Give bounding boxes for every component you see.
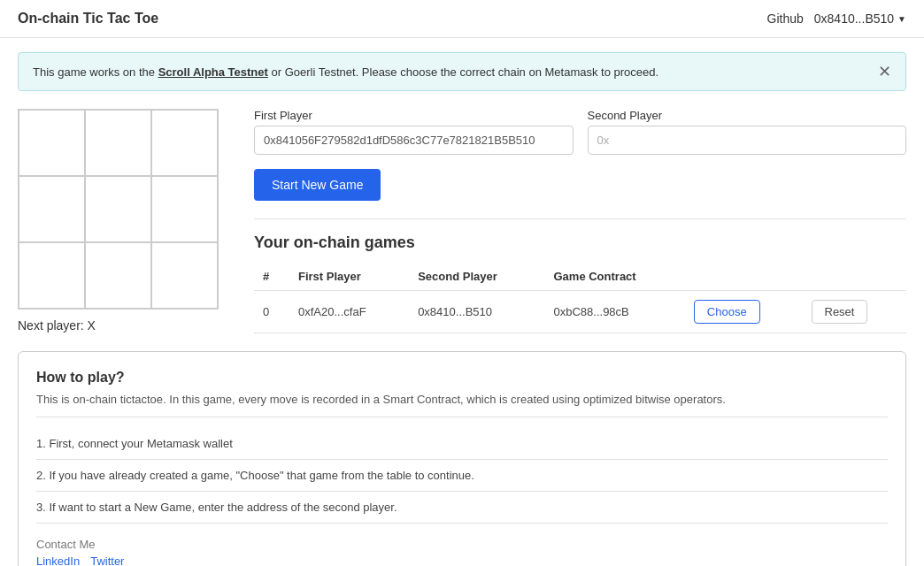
ttt-board — [18, 109, 219, 310]
cell-reset: Reset — [803, 291, 907, 333]
github-link[interactable]: Github — [767, 11, 804, 26]
how-to-play-title: How to play? — [36, 370, 888, 386]
table-row: 0 0xfA20...cfaF 0x8410...B510 0xbC88...9… — [254, 291, 906, 333]
second-player-field: Second Player — [588, 109, 907, 155]
games-table: # First Player Second Player Game Contra… — [254, 263, 906, 333]
col-second-player: Second Player — [409, 263, 544, 291]
cell-6[interactable] — [19, 242, 85, 309]
table-header-row: # First Player Second Player Game Contra… — [254, 263, 906, 291]
cell-choose: Choose — [685, 291, 803, 333]
contact-section: Contact Me LinkedIn Twitter — [36, 536, 888, 566]
app-title: On-chain Tic Tac Toe — [18, 11, 158, 27]
second-player-label: Second Player — [588, 109, 907, 122]
col-game-contract: Game Contract — [544, 263, 684, 291]
how-to-play-step-1: 1. First, connect your Metamask wallet — [36, 428, 888, 460]
col-first-player: First Player — [289, 263, 409, 291]
reset-button[interactable]: Reset — [812, 300, 868, 324]
start-new-game-button[interactable]: Start New Game — [254, 169, 381, 201]
main-content: This game works on the Scroll Alpha Test… — [0, 38, 924, 566]
first-player-label: First Player — [254, 109, 574, 122]
cell-8[interactable] — [151, 242, 218, 309]
col-actions-1 — [685, 263, 803, 291]
board-section: Next player: X — [18, 109, 219, 333]
choose-button[interactable]: Choose — [694, 300, 760, 324]
how-to-play-description: This is on-chain tictactoe. In this game… — [36, 393, 888, 417]
cell-2[interactable] — [151, 110, 218, 176]
cell-game-contract: 0xbC88...98cB — [544, 291, 684, 333]
right-panel: First Player Second Player Start New Gam… — [254, 109, 906, 333]
how-to-play-section: How to play? This is on-chain tictactoe.… — [18, 351, 906, 566]
game-area: Next player: X First Player Second Playe… — [18, 109, 906, 333]
account-address: 0x8410...B510 — [814, 11, 894, 26]
account-dropdown[interactable]: 0x8410...B510 ▼ — [814, 11, 906, 26]
col-actions-2 — [803, 263, 907, 291]
col-index: # — [254, 263, 289, 291]
cell-7[interactable] — [85, 242, 151, 309]
alert-text-before: This game works on the — [33, 65, 158, 79]
alert-text: This game works on the Scroll Alpha Test… — [33, 65, 658, 79]
cell-0[interactable] — [19, 110, 85, 176]
cell-3[interactable] — [19, 176, 85, 242]
divider — [254, 218, 906, 219]
next-player-label: Next player: X — [18, 318, 219, 333]
cell-first-player: 0xfA20...cfaF — [289, 291, 409, 333]
contact-label: Contact Me — [36, 538, 888, 551]
chevron-down-icon: ▼ — [897, 14, 906, 24]
contact-links: LinkedIn Twitter — [36, 555, 888, 566]
how-to-play-step-2: 2. If you have already created a game, "… — [36, 460, 888, 492]
first-player-input[interactable] — [254, 126, 574, 155]
alert-text-after: or Goerli Testnet. Please choose the cor… — [268, 65, 658, 79]
alert-link[interactable]: Scroll Alpha Testnet — [158, 65, 268, 79]
how-to-play-step-3: 3. If want to start a New Game, enter th… — [36, 492, 888, 524]
first-player-field: First Player — [254, 109, 574, 155]
header-right: Github 0x8410...B510 ▼ — [767, 11, 906, 26]
alert-close-button[interactable]: ✕ — [878, 64, 891, 80]
twitter-link[interactable]: Twitter — [90, 555, 124, 566]
header: On-chain Tic Tac Toe Github 0x8410...B51… — [0, 0, 924, 38]
cell-5[interactable] — [151, 176, 218, 242]
cell-second-player: 0x8410...B510 — [409, 291, 544, 333]
second-player-input[interactable] — [588, 126, 907, 155]
linkedin-link[interactable]: LinkedIn — [36, 555, 80, 566]
games-title: Your on-chain games — [254, 233, 906, 252]
cell-index: 0 — [254, 291, 289, 333]
alert-banner: This game works on the Scroll Alpha Test… — [18, 52, 906, 91]
cell-4[interactable] — [85, 176, 151, 242]
cell-1[interactable] — [85, 110, 151, 176]
player-inputs: First Player Second Player — [254, 109, 906, 155]
